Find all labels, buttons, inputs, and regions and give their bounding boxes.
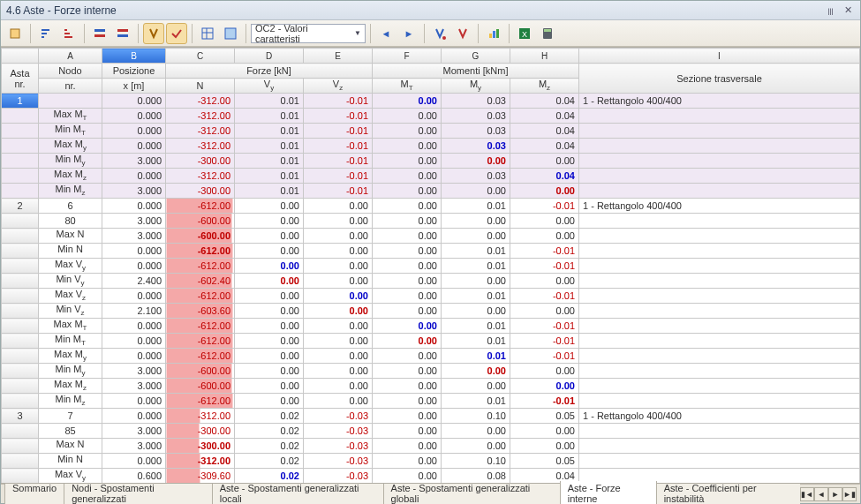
cell-n[interactable]: -612.00 xyxy=(166,319,235,334)
cell-n[interactable]: -312.00 xyxy=(166,169,235,184)
cell-sezione[interactable] xyxy=(579,259,860,274)
cell-mt[interactable]: 0.00 xyxy=(373,469,442,484)
row-header[interactable]: 3 xyxy=(2,409,39,424)
cell-nodo[interactable]: 85 xyxy=(39,424,102,439)
cell-x[interactable]: 0.000 xyxy=(102,319,166,334)
header-sezione[interactable]: Sezione trasversale xyxy=(579,64,860,94)
col-letter-e[interactable]: E xyxy=(304,49,373,64)
sheet-tab[interactable]: Aste - Spostamenti generalizzati locali xyxy=(212,481,384,505)
table-row[interactable]: Max MT0.000-612.000.000.000.000.01-0.01 xyxy=(2,319,860,334)
cell-vz[interactable]: -0.03 xyxy=(304,484,373,485)
cell-mz[interactable]: 0.00 xyxy=(510,364,579,379)
row-header[interactable] xyxy=(2,229,39,244)
cell-vz[interactable]: 0.00 xyxy=(304,199,373,214)
cell-mt[interactable]: 0.00 xyxy=(373,199,442,214)
cell-n[interactable]: -312.00 xyxy=(166,454,235,469)
cell-n[interactable]: -612.00 xyxy=(166,334,235,349)
table-row[interactable]: Min My3.000-600.000.000.000.000.000.00 xyxy=(2,364,860,379)
cell-mt[interactable]: 0.00 xyxy=(373,94,442,109)
cell-sezione[interactable] xyxy=(579,184,860,199)
cell-sezione[interactable]: 1 - Rettangolo 400/400 xyxy=(579,409,860,424)
cell-mt[interactable]: 0.00 xyxy=(373,484,442,485)
header-forze[interactable]: Forze [kN] xyxy=(166,64,373,79)
cell-sezione[interactable] xyxy=(579,439,860,454)
cell-mz[interactable]: 0.04 xyxy=(510,94,579,109)
table-row[interactable]: Min N0.000-612.000.000.000.000.01-0.01 xyxy=(2,244,860,259)
cell-vy[interactable]: 0.00 xyxy=(235,289,304,304)
row-header[interactable] xyxy=(2,259,39,274)
cell-my[interactable]: 0.01 xyxy=(442,334,510,349)
row-header[interactable] xyxy=(2,214,39,229)
cell-x[interactable]: 0.000 xyxy=(102,244,166,259)
cell-mz[interactable]: 0.04 xyxy=(510,139,579,154)
cell-n[interactable]: -612.00 xyxy=(166,349,235,364)
cell-nodo[interactable]: Min MT xyxy=(39,124,102,139)
cell-sezione[interactable] xyxy=(579,394,860,409)
cell-my[interactable]: 0.00 xyxy=(442,274,510,289)
cell-n[interactable]: -600.00 xyxy=(166,214,235,229)
close-icon[interactable]: ✕ xyxy=(841,4,855,17)
cell-vz[interactable]: -0.01 xyxy=(304,94,373,109)
cell-mt[interactable]: 0.00 xyxy=(373,139,442,154)
row-header[interactable] xyxy=(2,244,39,259)
row-header[interactable] xyxy=(2,289,39,304)
cell-x[interactable]: 0.000 xyxy=(102,409,166,424)
cell-vy[interactable]: 0.02 xyxy=(235,469,304,484)
row-header[interactable] xyxy=(2,139,39,154)
cell-mz[interactable]: 0.05 xyxy=(510,409,579,424)
cell-x[interactable]: 3.000 xyxy=(102,439,166,454)
cell-x[interactable]: 2.100 xyxy=(102,304,166,319)
cell-vz[interactable]: 0.00 xyxy=(304,349,373,364)
table-row[interactable]: Min Vy3.000-300.000.02-0.030.000.000.00 xyxy=(2,484,860,485)
cell-nodo[interactable]: Max Vy xyxy=(39,469,102,484)
cell-x[interactable]: 3.000 xyxy=(102,424,166,439)
col-letter-i[interactable]: I xyxy=(579,49,860,64)
cell-sezione[interactable] xyxy=(579,454,860,469)
cell-vz[interactable]: 0.00 xyxy=(304,394,373,409)
col-letter-h[interactable]: H xyxy=(510,49,579,64)
cell-n[interactable]: -312.00 xyxy=(166,124,235,139)
cell-x[interactable]: 0.000 xyxy=(102,334,166,349)
cell-vy[interactable]: 0.01 xyxy=(235,154,304,169)
table-row[interactable]: Max My0.000-312.000.01-0.010.000.030.04 xyxy=(2,139,860,154)
col-letter-c[interactable]: C xyxy=(166,49,235,64)
cell-mt[interactable]: 0.00 xyxy=(373,259,442,274)
cell-x[interactable]: 3.000 xyxy=(102,484,166,485)
row-header[interactable] xyxy=(2,424,39,439)
row-header[interactable] xyxy=(2,304,39,319)
cell-vy[interactable]: 0.01 xyxy=(235,94,304,109)
cell-x[interactable]: 3.000 xyxy=(102,154,166,169)
excel-button[interactable]: X xyxy=(514,23,535,44)
cell-sezione[interactable] xyxy=(579,169,860,184)
cell-mt[interactable]: 0.00 xyxy=(373,169,442,184)
header-vy[interactable]: Vy xyxy=(235,79,304,94)
cell-n[interactable]: -300.00 xyxy=(166,424,235,439)
row-header[interactable] xyxy=(2,319,39,334)
calc-button[interactable] xyxy=(537,23,558,44)
cell-vy[interactable]: 0.01 xyxy=(235,184,304,199)
cell-mt[interactable]: 0.00 xyxy=(373,214,442,229)
table-row[interactable]: Max My0.000-612.000.000.000.000.01-0.01 xyxy=(2,349,860,364)
header-mz[interactable]: Mz xyxy=(510,79,579,94)
next-button[interactable]: ► xyxy=(398,23,419,44)
cell-vy[interactable]: 0.02 xyxy=(235,484,304,485)
data-grid[interactable]: A B C D E F G H I Astanr. Nodo Posizione… xyxy=(1,47,860,484)
cell-vy[interactable]: 0.00 xyxy=(235,364,304,379)
cell-vy[interactable]: 0.00 xyxy=(235,229,304,244)
table-row[interactable]: Max Vy0.600-309.600.02-0.030.000.080.04 xyxy=(2,469,860,484)
header-my[interactable]: My xyxy=(442,79,510,94)
cell-vy[interactable]: 0.01 xyxy=(235,124,304,139)
table-row[interactable]: Min Mz0.000-612.000.000.000.000.01-0.01 xyxy=(2,394,860,409)
header-nodo[interactable]: Nodo xyxy=(39,64,102,79)
cell-x[interactable]: 0.000 xyxy=(102,139,166,154)
cell-sezione[interactable] xyxy=(579,349,860,364)
cell-sezione[interactable] xyxy=(579,109,860,124)
cell-vz[interactable]: -0.01 xyxy=(304,169,373,184)
cell-mt[interactable]: 0.00 xyxy=(373,124,442,139)
cell-vz[interactable]: -0.01 xyxy=(304,184,373,199)
cell-vz[interactable]: 0.00 xyxy=(304,364,373,379)
cell-mz[interactable]: -0.01 xyxy=(510,244,579,259)
cell-mt[interactable]: 0.00 xyxy=(373,319,442,334)
cell-my[interactable]: 0.08 xyxy=(442,469,510,484)
row-header[interactable] xyxy=(2,349,39,364)
